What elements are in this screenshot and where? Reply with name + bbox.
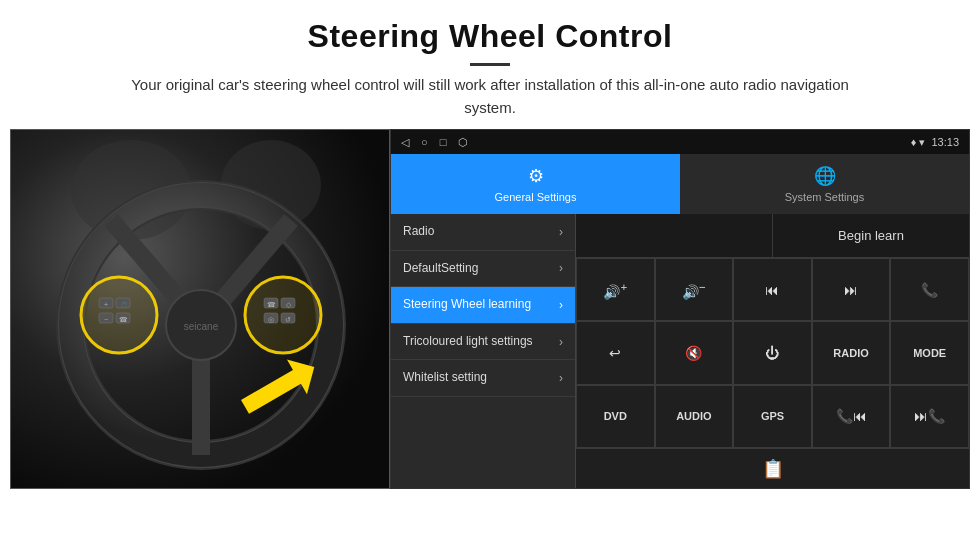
begin-learn-label: Begin learn	[838, 228, 904, 243]
svg-text:◎: ◎	[268, 316, 274, 323]
audio-button[interactable]: AUDIO	[655, 385, 734, 448]
menu-radio-label: Radio	[403, 224, 434, 240]
status-info: ♦ ▾ 13:13	[911, 136, 959, 149]
left-menu: Radio › DefaultSetting › Steering Wheel …	[391, 214, 576, 488]
chevron-whitelist-icon: ›	[559, 371, 563, 385]
head-unit: ◁ ○ □ ⬡ ♦ ▾ 13:13 ⚙ General Settings 🌐 S…	[390, 129, 970, 489]
vol-down-icon: 🔊−	[682, 280, 706, 300]
tab-general-settings[interactable]: ⚙ General Settings	[391, 154, 680, 214]
audio-label: AUDIO	[676, 410, 711, 422]
controls-top-row: Begin learn	[576, 214, 969, 258]
menu-item-radio[interactable]: Radio ›	[391, 214, 575, 251]
content-area: seicane + 🎵 − ☎	[0, 129, 980, 499]
menu-item-default[interactable]: DefaultSetting ›	[391, 251, 575, 288]
steering-wheel-svg: seicane + 🎵 − ☎	[11, 130, 390, 489]
chevron-steering-icon: ›	[559, 298, 563, 312]
right-controls: Begin learn 🔊+ 🔊− ⏮ ⏭	[576, 214, 969, 488]
time-display: 13:13	[931, 136, 959, 148]
next-track-icon: ⏭	[844, 282, 858, 298]
radio-label: RADIO	[833, 347, 868, 359]
menu-tricoloured-label: Tricoloured light settings	[403, 334, 533, 350]
dvd-button[interactable]: DVD	[576, 385, 655, 448]
prev-track-button[interactable]: ⏮	[733, 258, 812, 321]
mute-icon: 🔇	[685, 345, 702, 361]
tab-general-label: General Settings	[495, 191, 577, 203]
call-prev-icon: 📞⏮	[836, 408, 867, 424]
main-panel: Radio › DefaultSetting › Steering Wheel …	[391, 214, 969, 488]
svg-text:+: +	[104, 301, 108, 308]
nav-recent-icon[interactable]: □	[440, 136, 447, 148]
steering-wheel-container: seicane + 🎵 − ☎	[11, 130, 389, 488]
nav-icons: ◁ ○ □ ⬡	[401, 136, 468, 149]
title-divider	[470, 63, 510, 66]
vol-up-button[interactable]: 🔊+	[576, 258, 655, 321]
gps-label: GPS	[761, 410, 784, 422]
svg-text:🎵: 🎵	[120, 301, 128, 309]
nav-cast-icon[interactable]: ⬡	[458, 136, 468, 149]
prev-track-icon: ⏮	[765, 282, 779, 298]
call-icon: 📞	[921, 282, 938, 298]
chevron-radio-icon: ›	[559, 225, 563, 239]
power-icon: ⏻	[765, 345, 779, 361]
controls-grid: 🔊+ 🔊− ⏮ ⏭ 📞 ↩	[576, 258, 969, 448]
tab-system-settings[interactable]: 🌐 System Settings	[680, 154, 969, 214]
status-bar: ◁ ○ □ ⬡ ♦ ▾ 13:13	[391, 130, 969, 154]
next-track-button[interactable]: ⏭	[812, 258, 891, 321]
power-button[interactable]: ⏻	[733, 321, 812, 384]
call-button[interactable]: 📞	[890, 258, 969, 321]
call-prev-button[interactable]: 📞⏮	[812, 385, 891, 448]
svg-text:seicane: seicane	[184, 321, 219, 332]
bottom-icon-row: 📋	[576, 448, 969, 488]
mode-button[interactable]: MODE	[890, 321, 969, 384]
system-settings-icon: 🌐	[814, 165, 836, 187]
begin-learn-button[interactable]: Begin learn	[773, 214, 969, 257]
nav-back-icon[interactable]: ◁	[401, 136, 409, 149]
page-header: Steering Wheel Control Your original car…	[0, 0, 980, 129]
hang-up-button[interactable]: ↩	[576, 321, 655, 384]
nav-home-icon[interactable]: ○	[421, 136, 428, 148]
chevron-tricoloured-icon: ›	[559, 335, 563, 349]
signal-icon: ♦ ▾	[911, 136, 926, 149]
hang-up-icon: ↩	[609, 345, 621, 361]
tabs-row: ⚙ General Settings 🌐 System Settings	[391, 154, 969, 214]
tab-system-label: System Settings	[785, 191, 864, 203]
chevron-default-icon: ›	[559, 261, 563, 275]
radio-button[interactable]: RADIO	[812, 321, 891, 384]
call-next-button[interactable]: ⏭📞	[890, 385, 969, 448]
gps-button[interactable]: GPS	[733, 385, 812, 448]
page-title: Steering Wheel Control	[40, 18, 940, 55]
svg-text:↺: ↺	[285, 316, 291, 323]
menu-steering-label: Steering Wheel learning	[403, 297, 531, 313]
menu-item-tricoloured[interactable]: Tricoloured light settings ›	[391, 324, 575, 361]
bottom-icon: 📋	[762, 458, 784, 480]
menu-whitelist-label: Whitelist setting	[403, 370, 487, 386]
svg-text:−: −	[104, 316, 108, 323]
menu-default-label: DefaultSetting	[403, 261, 478, 277]
header-description: Your original car's steering wheel contr…	[110, 74, 870, 119]
vol-down-button[interactable]: 🔊−	[655, 258, 734, 321]
svg-text:☎: ☎	[267, 301, 276, 308]
car-image: seicane + 🎵 − ☎	[10, 129, 390, 489]
top-empty-cell	[576, 214, 773, 257]
dvd-label: DVD	[604, 410, 627, 422]
mode-label: MODE	[913, 347, 946, 359]
general-settings-icon: ⚙	[528, 165, 544, 187]
menu-item-steering-wheel[interactable]: Steering Wheel learning ›	[391, 287, 575, 324]
call-next-icon: ⏭📞	[914, 408, 945, 424]
mute-button[interactable]: 🔇	[655, 321, 734, 384]
svg-text:☎: ☎	[119, 316, 128, 323]
vol-up-icon: 🔊+	[603, 280, 627, 300]
menu-item-whitelist[interactable]: Whitelist setting ›	[391, 360, 575, 397]
